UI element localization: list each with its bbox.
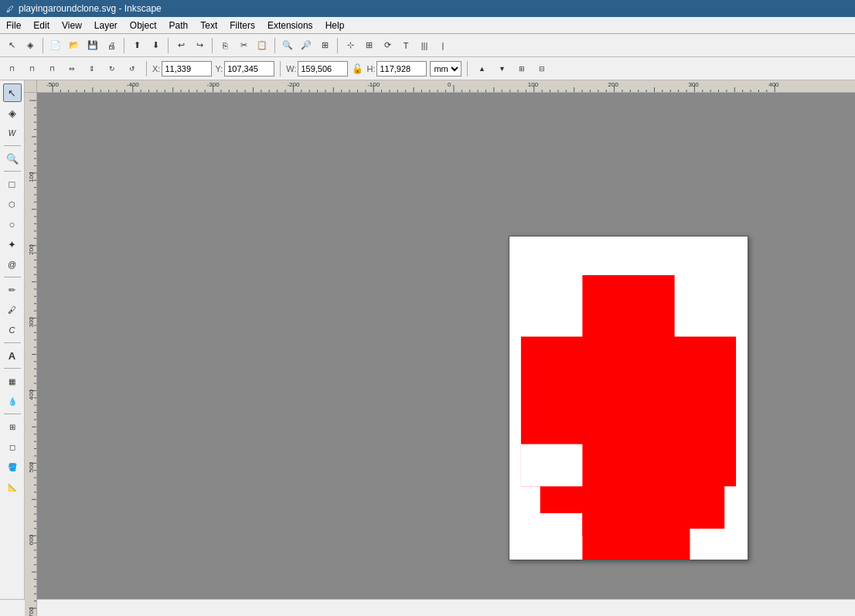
- tb-align-tc[interactable]: ⊓: [23, 60, 40, 77]
- window-title: playingaroundclone.svg - Inkscape: [19, 3, 162, 14]
- h-coord-field: H:: [366, 61, 427, 77]
- tb-save[interactable]: 💾: [84, 37, 101, 54]
- title-icon: 🖊: [6, 5, 14, 13]
- tool-star[interactable]: ✦: [3, 235, 22, 254]
- menu-layer[interactable]: Layer: [88, 19, 124, 32]
- tb-import[interactable]: ⬆: [128, 37, 145, 54]
- w-label: W:: [286, 64, 296, 73]
- h-input[interactable]: [376, 61, 427, 77]
- menubar: File Edit View Layer Object Path Text Fi…: [0, 17, 855, 34]
- statusbar: [0, 599, 855, 616]
- tb-transform[interactable]: ⟳: [379, 37, 396, 54]
- menu-text[interactable]: Text: [194, 19, 223, 32]
- tool-zoom[interactable]: 🔍: [3, 149, 22, 168]
- tb-ungroup[interactable]: ⊟: [533, 60, 550, 77]
- tb-move-up[interactable]: ▲: [473, 60, 490, 77]
- tool-eraser[interactable]: ◻: [3, 437, 22, 456]
- canvas-work[interactable]: [37, 93, 855, 616]
- tb-snap[interactable]: ⊹: [342, 37, 359, 54]
- tb-grid[interactable]: ⊞: [360, 37, 377, 54]
- tool-measure[interactable]: 📐: [3, 478, 22, 496]
- tool-sep6: [4, 414, 21, 414]
- tb-rot-cw[interactable]: ↻: [104, 60, 121, 77]
- ruler-left-canvas: [25, 93, 37, 616]
- tb-move-down[interactable]: ▼: [493, 60, 510, 77]
- tool-3dbox[interactable]: ⬡: [3, 195, 22, 213]
- menu-object[interactable]: Object: [124, 19, 163, 32]
- tool-selector[interactable]: ↖: [3, 83, 22, 102]
- tb-open[interactable]: 📂: [66, 37, 83, 54]
- tb-redo[interactable]: ↪: [191, 37, 208, 54]
- tool-sep5: [4, 368, 21, 369]
- tool-eyedropper[interactable]: 💧: [3, 392, 22, 410]
- tool-sep3: [4, 277, 21, 277]
- unit-select[interactable]: mm px pt cm in: [430, 61, 462, 77]
- tb-cut[interactable]: ✂: [235, 37, 252, 54]
- ruler-top-canvas: [37, 80, 855, 93]
- w-coord-field: W:: [286, 61, 348, 77]
- cs-sep1: [146, 61, 147, 77]
- tool-tweak[interactable]: W: [3, 124, 22, 142]
- tool-sep2: [4, 171, 21, 172]
- tb-flip-v[interactable]: ⇕: [83, 60, 100, 77]
- main-area: ↖ ◈ W 🔍 □ ⬡ ○ ✦ @ ✏ 🖋 C A ▦ 💧 ⊞ ◻ 🪣 📐: [0, 80, 855, 616]
- tool-calligraphy[interactable]: C: [3, 321, 22, 339]
- h-label: H:: [366, 64, 375, 73]
- tb-zoom-out[interactable]: 🔎: [298, 37, 315, 54]
- y-coord-field: Y:: [215, 61, 274, 77]
- left-toolbox: ↖ ◈ W 🔍 □ ⬡ ○ ✦ @ ✏ 🖋 C A ▦ 💧 ⊞ ◻ 🪣 📐: [0, 80, 25, 616]
- x-input[interactable]: [162, 61, 212, 77]
- ruler-left: [25, 93, 37, 616]
- toolbar-sep-2: [124, 38, 124, 53]
- canvas-container[interactable]: [25, 80, 855, 616]
- w-input[interactable]: [298, 61, 348, 77]
- tool-fill[interactable]: 🪣: [3, 458, 22, 476]
- tb-selector[interactable]: ↖: [3, 37, 20, 54]
- tool-spiral[interactable]: @: [3, 255, 22, 274]
- y-input[interactable]: [224, 61, 274, 77]
- tool-pen[interactable]: 🖋: [3, 301, 22, 319]
- tb-new[interactable]: 📄: [47, 37, 64, 54]
- tb-flip-h[interactable]: ⇔: [63, 60, 80, 77]
- tb-print[interactable]: 🖨: [103, 37, 120, 54]
- tb-rot-ccw[interactable]: ↺: [124, 60, 141, 77]
- cs-sep3: [467, 61, 468, 77]
- tb-undo[interactable]: ↩: [172, 37, 189, 54]
- menu-file[interactable]: File: [0, 19, 27, 32]
- menu-edit[interactable]: Edit: [27, 19, 56, 32]
- toolbar-sep-3: [168, 38, 169, 53]
- tb-export[interactable]: ⬇: [147, 37, 164, 54]
- toolbar-sep-6: [337, 38, 338, 53]
- menu-filters[interactable]: Filters: [223, 19, 261, 32]
- tb-align-tl[interactable]: ⊓: [3, 60, 20, 77]
- tb-zoom-fit[interactable]: ⊞: [316, 37, 333, 54]
- tb-align-tr[interactable]: ⊓: [43, 60, 60, 77]
- ruler-top: [37, 80, 855, 93]
- tb-node[interactable]: ◈: [22, 37, 39, 54]
- tool-node[interactable]: ◈: [3, 104, 22, 122]
- tool-rect[interactable]: □: [3, 175, 22, 193]
- tool-circle[interactable]: ○: [3, 215, 22, 233]
- x-coord-field: X:: [152, 61, 212, 77]
- menu-view[interactable]: View: [56, 19, 88, 32]
- toolbar-sep-1: [43, 38, 43, 53]
- tool-connector[interactable]: ⊞: [3, 417, 22, 436]
- tb-align[interactable]: |||: [416, 37, 433, 54]
- page: [509, 236, 748, 560]
- tool-text[interactable]: A: [3, 346, 22, 365]
- tb-paste[interactable]: 📋: [254, 37, 271, 54]
- cross-notch: [521, 444, 582, 487]
- tb-text-tool[interactable]: T: [397, 37, 414, 54]
- lock-ratio-btn[interactable]: 🔓: [351, 63, 363, 75]
- tb-group[interactable]: ⊞: [513, 60, 530, 77]
- menu-path[interactable]: Path: [163, 19, 195, 32]
- menu-extensions[interactable]: Extensions: [261, 19, 319, 32]
- tb-copy[interactable]: ⎘: [216, 37, 233, 54]
- tool-pencil[interactable]: ✏: [3, 281, 22, 299]
- tb-guide[interactable]: |: [434, 37, 451, 54]
- tool-gradient[interactable]: ▦: [3, 372, 22, 390]
- tool-sep1: [4, 145, 21, 146]
- tb-zoom-in[interactable]: 🔍: [279, 37, 296, 54]
- menu-help[interactable]: Help: [319, 19, 351, 32]
- cs-sep2: [280, 61, 281, 77]
